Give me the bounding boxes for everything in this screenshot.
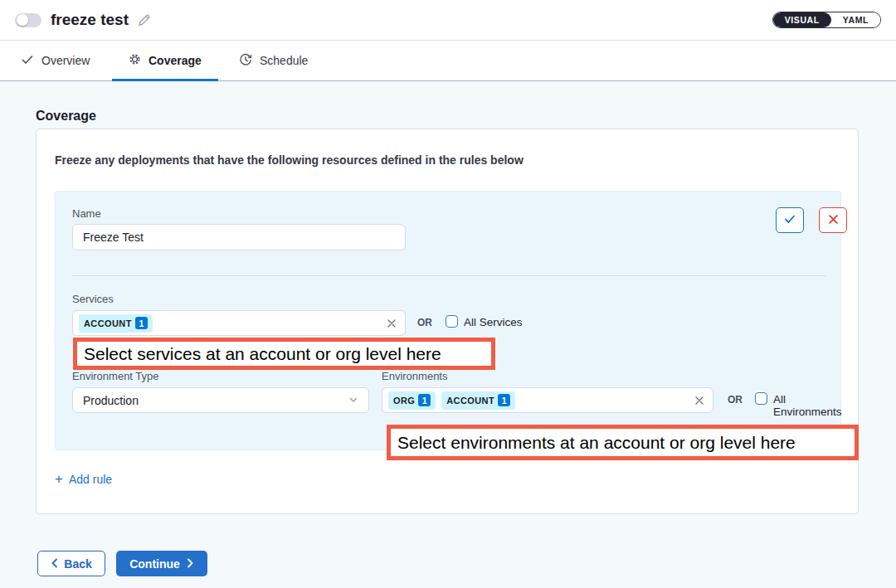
- environment-type-label: Environment Type: [72, 370, 159, 382]
- clear-services-icon[interactable]: [387, 318, 397, 328]
- cancel-rule-button[interactable]: [819, 207, 847, 233]
- page-heading: Coverage: [36, 109, 96, 124]
- plus-icon: +: [55, 474, 63, 485]
- tag-count-badge: 1: [135, 317, 148, 329]
- tab-schedule[interactable]: Schedule: [222, 41, 324, 80]
- tag-label: ORG: [393, 396, 415, 406]
- tab-overview-label: Overview: [41, 54, 90, 67]
- environments-multiselect[interactable]: ORG 1 ACCOUNT 1: [382, 387, 713, 413]
- services-multiselect[interactable]: ACCOUNT 1: [72, 310, 406, 336]
- add-rule-button[interactable]: + Add rule: [55, 473, 112, 486]
- environment-tag-org[interactable]: ORG 1: [388, 391, 436, 410]
- divider: [72, 275, 825, 276]
- edit-pencil-icon[interactable]: [137, 13, 151, 27]
- freeze-enabled-toggle[interactable]: [15, 13, 41, 27]
- continue-button[interactable]: Continue: [116, 551, 207, 576]
- tag-label: ACCOUNT: [446, 396, 494, 406]
- schedule-clock-icon: [239, 53, 252, 69]
- tag-count-badge: 1: [418, 394, 431, 406]
- check-icon: [783, 212, 796, 229]
- tag-count-badge: 1: [498, 394, 510, 406]
- environments-tags: ORG 1 ACCOUNT 1: [388, 391, 688, 410]
- tab-coverage[interactable]: Coverage: [112, 41, 218, 80]
- tab-bar: Overview Coverage Schedule: [0, 41, 896, 81]
- tab-overview[interactable]: Overview: [21, 41, 90, 80]
- name-input[interactable]: [72, 224, 406, 250]
- confirm-rule-button[interactable]: [776, 207, 804, 233]
- chevron-right-icon: [187, 557, 194, 571]
- clear-environments-icon[interactable]: [694, 396, 704, 406]
- service-tag-account[interactable]: ACCOUNT 1: [79, 314, 153, 333]
- back-button[interactable]: Back: [37, 551, 105, 576]
- header-bar: freeze test VISUAL YAML: [0, 0, 896, 41]
- all-services-checkbox[interactable]: [446, 315, 458, 328]
- or-separator: OR: [728, 394, 743, 406]
- tab-schedule-label: Schedule: [260, 54, 308, 67]
- services-annotation-callout: Select services at an account or org lev…: [73, 338, 495, 370]
- freeze-title: freeze test: [51, 11, 129, 29]
- visual-yaml-toggle: VISUAL YAML: [772, 12, 881, 28]
- all-services-label: All Services: [464, 316, 523, 328]
- tag-label: ACCOUNT: [84, 318, 132, 328]
- add-rule-label: Add rule: [69, 473, 112, 486]
- services-tags: ACCOUNT 1: [79, 314, 380, 333]
- environment-tag-account[interactable]: ACCOUNT 1: [441, 391, 515, 410]
- environment-type-select[interactable]: Production: [72, 387, 369, 413]
- all-environments-checkbox[interactable]: [755, 392, 767, 405]
- environment-type-value: Production: [83, 394, 348, 407]
- chevron-left-icon: [51, 557, 58, 571]
- toggle-knob: [17, 14, 28, 26]
- yaml-mode-button[interactable]: YAML: [831, 12, 880, 27]
- all-environments-label: All Environments: [773, 393, 842, 418]
- continue-label: Continue: [129, 557, 180, 571]
- gear-icon: [129, 53, 141, 68]
- card-description: Freeze any deployments that have the fol…: [55, 153, 523, 167]
- back-label: Back: [64, 557, 91, 571]
- name-label: Name: [72, 207, 101, 220]
- tab-coverage-label: Coverage: [149, 54, 202, 67]
- visual-mode-button[interactable]: VISUAL: [773, 12, 831, 27]
- check-icon: [21, 53, 34, 69]
- close-icon: [828, 213, 839, 228]
- environments-label: Environments: [382, 370, 447, 382]
- services-label: Services: [72, 293, 114, 305]
- or-separator: OR: [417, 317, 432, 328]
- environments-annotation-callout: Select environments at an account or org…: [387, 425, 859, 460]
- rule-panel: Name Services ACCOUNT 1 OR All Services …: [55, 191, 841, 450]
- chevron-down-icon: [348, 394, 358, 407]
